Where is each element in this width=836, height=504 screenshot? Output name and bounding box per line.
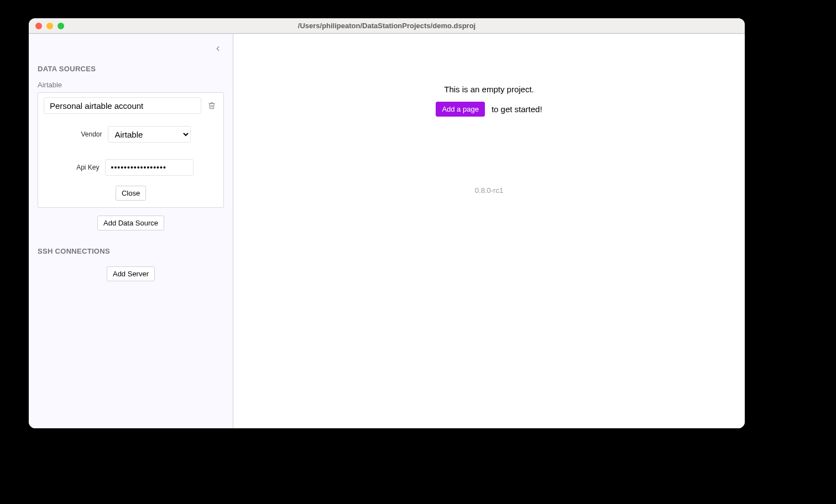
vendor-label: Vendor — [71, 130, 102, 138]
trash-icon[interactable] — [206, 99, 218, 112]
api-key-input[interactable] — [105, 159, 194, 176]
traffic-lights — [29, 23, 64, 29]
add-server-button[interactable]: Add Server — [107, 266, 155, 281]
titlebar: /Users/philipeaton/DataStationProjects/d… — [29, 18, 745, 34]
chevron-left-icon[interactable] — [212, 45, 224, 54]
main-pane: This is an empty project. Add a page to … — [233, 34, 745, 428]
section-header-ssh: SSH CONNECTIONS — [38, 247, 224, 255]
close-row: Close — [44, 186, 218, 201]
card-header-row — [44, 97, 218, 114]
minimize-window-icon[interactable] — [46, 23, 53, 29]
sidebar: DATA SOURCES Airtable Vendor — [29, 34, 233, 428]
version-label: 0.8.0-rc1 — [475, 186, 503, 195]
api-key-label: Api Key — [69, 164, 100, 171]
content: DATA SOURCES Airtable Vendor — [29, 34, 745, 428]
cta-row: Add a page to get started! — [436, 102, 542, 117]
cta-tail-text: to get started! — [492, 104, 542, 114]
api-key-row: Api Key — [44, 159, 218, 176]
vendor-row: Vendor Airtable — [44, 126, 218, 143]
fullscreen-window-icon[interactable] — [58, 23, 64, 29]
close-window-icon[interactable] — [35, 23, 42, 29]
group-label-airtable: Airtable — [38, 81, 224, 89]
add-data-source-row: Add Data Source — [38, 216, 224, 230]
sidebar-collapse-row — [38, 43, 224, 56]
vendor-select[interactable]: Airtable — [108, 126, 191, 143]
section-header-data-sources: DATA SOURCES — [38, 65, 224, 73]
add-page-button[interactable]: Add a page — [436, 102, 485, 117]
add-server-row: Add Server — [38, 266, 224, 281]
empty-project-text: This is an empty project. — [444, 85, 534, 94]
window-title: /Users/philipeaton/DataStationProjects/d… — [29, 22, 745, 30]
app-window: /Users/philipeaton/DataStationProjects/d… — [29, 18, 745, 428]
add-data-source-button[interactable]: Add Data Source — [97, 216, 164, 230]
data-source-card: Vendor Airtable Api Key Close — [38, 92, 224, 208]
close-button[interactable]: Close — [116, 186, 146, 201]
data-source-name-input[interactable] — [44, 97, 201, 114]
